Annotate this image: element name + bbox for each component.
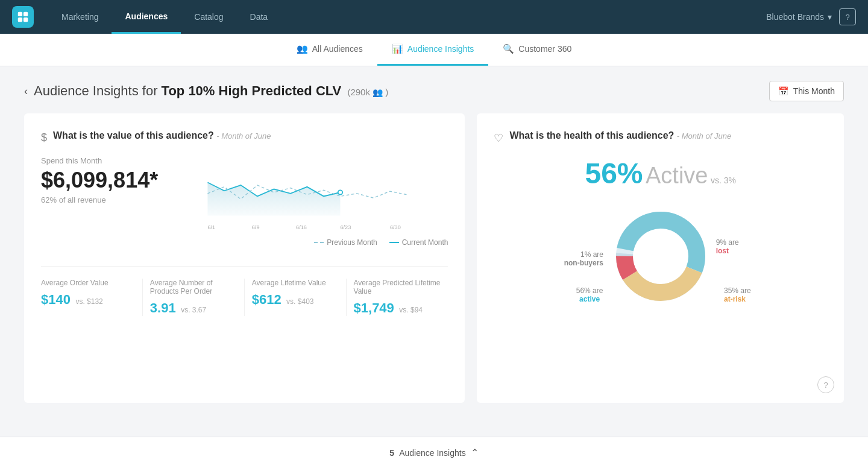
- app-logo: [12, 6, 34, 28]
- top-navigation: Marketing Audiences Catalog Data Bluebot…: [0, 0, 868, 34]
- customer-360-icon: 🔍: [503, 43, 514, 54]
- donut-wrapper: 1% are non-buyers 56% are active 9% are …: [558, 202, 763, 347]
- back-button[interactable]: ‹: [24, 85, 28, 98]
- lost-label: 9% are lost: [716, 238, 739, 255]
- title-row: ‹ Audience Insights for Top 10% High Pre…: [24, 81, 844, 101]
- chevron-down-icon: ▾: [828, 12, 832, 22]
- legend-previous: Previous Month: [314, 238, 377, 247]
- help-button[interactable]: ?: [839, 8, 856, 25]
- cards-row: $ What is the value of this audience? - …: [24, 113, 844, 403]
- metrics-row: Average Order Value $140 vs. $132 Averag…: [41, 266, 448, 316]
- dollar-icon: $: [41, 131, 47, 144]
- spend-block: Spend this Month $6,099,814* 62% of all …: [41, 156, 158, 204]
- tab-audience-insights[interactable]: 📊 Audience Insights: [377, 34, 489, 66]
- metric-ltv: Average Lifetime Value $612 vs. $403: [245, 279, 347, 316]
- value-card: $ What is the value of this audience? - …: [24, 113, 465, 403]
- page-title: Audience Insights for Top 10% High Predi…: [34, 83, 388, 99]
- nav-marketing[interactable]: Marketing: [48, 0, 112, 34]
- svg-marker-4: [208, 183, 341, 216]
- calendar-icon: 📅: [778, 86, 788, 96]
- nav-catalog[interactable]: Catalog: [181, 0, 236, 34]
- value-card-header: $ What is the value of this audience? - …: [41, 130, 448, 144]
- line-chart-svg: 6/1 6/9 6/16 6/23 6/30: [177, 166, 448, 232]
- svg-text:6/23: 6/23: [341, 224, 351, 230]
- spend-chart: 6/1 6/9 6/16 6/23 6/30 Previous Month: [177, 166, 448, 247]
- solid-line-icon: [389, 242, 399, 243]
- tab-all-audiences[interactable]: 👥 All Audiences: [282, 34, 377, 66]
- audience-count: (290k 👥 ): [347, 87, 388, 97]
- svg-text:6/16: 6/16: [296, 224, 307, 230]
- metric-aov: Average Order Value $140 vs. $132: [41, 279, 143, 316]
- donut-chart-svg: [612, 208, 709, 305]
- metric-products: Average Number of Products Per Order 3.9…: [143, 279, 245, 316]
- svg-point-5: [338, 190, 342, 194]
- subtab-bar: 👥 All Audiences 📊 Audience Insights 🔍 Cu…: [0, 34, 868, 66]
- audience-insights-icon: 📊: [392, 43, 403, 54]
- svg-rect-3: [24, 17, 28, 22]
- at-risk-label: 35% are at-risk: [724, 286, 751, 303]
- heart-icon: ♡: [494, 131, 503, 145]
- nav-audiences[interactable]: Audiences: [112, 0, 181, 34]
- active-label-donut: 56% are active: [576, 286, 603, 303]
- chart-legend: Previous Month Current Month: [177, 238, 448, 247]
- brand-selector[interactable]: Bluebot Brands ▾: [766, 12, 832, 22]
- tab-customer-360[interactable]: 🔍 Customer 360: [488, 34, 586, 66]
- svg-rect-1: [24, 12, 28, 16]
- svg-text:6/9: 6/9: [252, 224, 260, 230]
- metric-pltv: Average Predicted Lifetime Value $1,749 …: [347, 279, 448, 316]
- donut-svg-container: [612, 208, 709, 307]
- non-buyers-label: 1% are non-buyers: [564, 250, 603, 267]
- svg-rect-2: [18, 17, 22, 22]
- svg-text:6/1: 6/1: [208, 224, 216, 230]
- title-row-left: ‹ Audience Insights for Top 10% High Pre…: [24, 83, 388, 99]
- month-picker[interactable]: 📅 This Month: [769, 81, 844, 101]
- all-audiences-icon: 👥: [297, 43, 308, 54]
- legend-current: Current Month: [389, 238, 448, 247]
- audience-users-icon: 👥: [373, 87, 383, 97]
- topnav-right: Bluebot Brands ▾ ?: [766, 8, 856, 25]
- health-card-header: ♡ What is the health of this audience? -…: [494, 130, 827, 145]
- nav-data[interactable]: Data: [237, 0, 281, 34]
- health-card: ♡ What is the health of this audience? -…: [477, 113, 844, 403]
- dashed-line-icon: [314, 242, 324, 243]
- page-content: ‹ Audience Insights for Top 10% High Pre…: [0, 66, 868, 417]
- svg-rect-0: [18, 12, 22, 16]
- question-button[interactable]: ?: [817, 376, 834, 393]
- svg-text:6/30: 6/30: [390, 224, 401, 230]
- active-headline: 56% Active vs. 3%: [494, 157, 827, 190]
